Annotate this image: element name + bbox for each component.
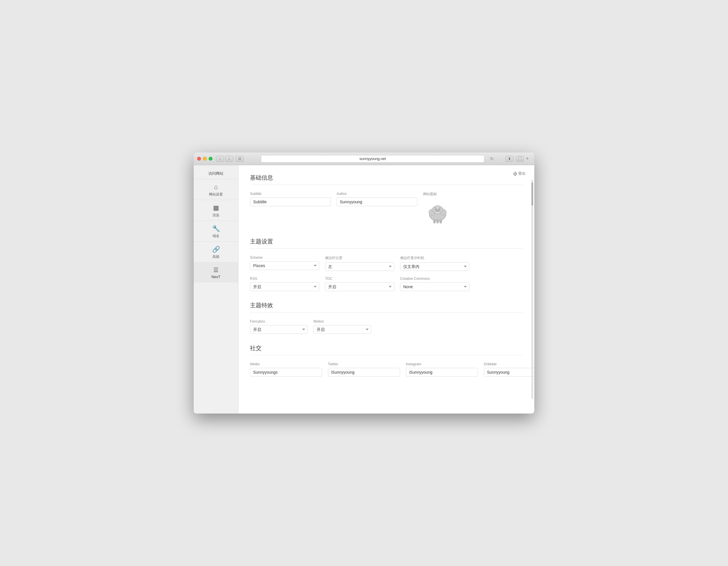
rss-group: RSS 开启 关闭 [250,276,319,291]
rss-label: RSS [250,276,319,281]
author-group: Author [337,192,417,206]
subtitle-input[interactable] [250,197,331,206]
weibo-label: Weibo [250,362,322,366]
sidebar-item-visit[interactable]: 访问网站 [194,168,238,179]
titlebar: ‹ › ⊡ sunnyyoung.net ↻ ⬆ ⛶ + [194,152,534,165]
sidebar-item-render[interactable]: ▦ 渲染 [194,200,238,221]
effects-row: Fancybox 开启 关闭 Motion 开启 关闭 [250,320,523,334]
render-icon: ▦ [194,204,238,212]
sheep-svg [425,200,451,226]
sidebar: 访问网站 ⌂ 网站设置 ▦ 渲染 🔧 域名 🔗 高级 ☰ NexT [194,165,238,414]
twitter-input[interactable] [328,368,400,377]
list-icon: ☰ [194,266,238,273]
back-button[interactable]: ‹ [216,156,224,162]
sidebar-show-select[interactable]: 仅文章内 始终 从不 [400,262,469,271]
theme-row-2: RSS 开启 关闭 TOC 开启 关闭 Crea [250,276,523,291]
favicon-image[interactable] [423,198,452,227]
traffic-lights [197,157,212,160]
svg-point-13 [436,210,439,212]
refresh-icon[interactable]: ↻ [490,156,494,161]
sidebar-show-group: 侧边栏显示时机 仅文章内 始终 从不 [400,255,469,271]
motion-select[interactable]: 开启 关闭 [313,325,371,334]
svg-rect-16 [434,219,436,223]
forward-button[interactable]: › [225,156,233,162]
sidebar-item-label: 渲染 [212,213,219,217]
toc-select[interactable]: 开启 关闭 [325,282,394,291]
close-button[interactable] [197,157,201,160]
logout-button[interactable]: ⏻ 登出 [513,171,526,176]
basic-info-row: Subtitle Author 网站图标 [250,192,523,227]
subtitle-group: Subtitle [250,192,331,206]
theme-effects-section: 主题特效 Fancybox 开启 关闭 Motion 开启 关闭 [250,302,523,334]
motion-group: Motion 开启 关闭 [313,320,371,334]
svg-rect-17 [436,219,438,223]
sidebar-pos-group: 侧边栏位置 左 右 [325,255,394,271]
instagram-label: Instagram [406,362,478,366]
app-window: ‹ › ⊡ sunnyyoung.net ↻ ⬆ ⛶ + 访问网站 ⌂ 网站设置… [194,152,534,414]
home-icon: ⌂ [194,183,238,191]
motion-label: Motion [313,320,371,324]
share-button[interactable]: ⬆ [505,156,514,162]
logout-label: 登出 [518,171,526,176]
add-tab-button[interactable]: + [524,155,531,162]
scheme-label: Scheme [250,255,319,259]
scheme-select[interactable]: Pisces Muse Mist Gemini [250,261,319,270]
theme-settings-section: 主题设置 Scheme Pisces Muse Mist Gemini 侧边栏位… [250,238,523,291]
maximize-button[interactable] [209,157,212,160]
svg-point-10 [439,209,440,210]
subtitle-label: Subtitle [250,192,331,196]
sidebar-item-site-settings[interactable]: ⌂ 网站设置 [194,179,238,200]
sidebar-item-label: 域名 [212,234,219,238]
main-layout: 访问网站 ⌂ 网站设置 ▦ 渲染 🔧 域名 🔗 高级 ☰ NexT [194,165,534,414]
url-bar[interactable]: sunnyyoung.net [261,155,484,162]
sidebar-item-advanced[interactable]: 🔗 高级 [194,242,238,262]
sidebar-item-label: 网站设置 [209,192,223,196]
minimize-button[interactable] [203,157,207,160]
fancybox-select[interactable]: 开启 关闭 [250,325,308,334]
toc-label: TOC [325,276,394,281]
sidebar-item-next-label: NexT [211,274,220,279]
sidebar-item-next[interactable]: ☰ NexT [194,262,238,282]
rss-select[interactable]: 开启 关闭 [250,282,319,291]
instagram-input[interactable] [406,368,478,377]
sidebar-pos-select[interactable]: 左 右 [325,262,394,271]
nav-buttons: ‹ › [216,156,233,162]
content-area: ⏻ 登出 基础信息 Subtitle Author 网站图标 [238,165,534,414]
svg-point-15 [438,210,438,211]
favicon-label: 网站图标 [423,192,452,197]
power-icon: ⏻ [513,171,517,176]
theme-row-1: Scheme Pisces Muse Mist Gemini 侧边栏位置 左 右 [250,255,523,271]
wrench-icon: 🔧 [194,225,238,232]
theme-settings-title: 主题设置 [250,238,523,248]
dribbble-group: Dribbble [484,362,534,377]
svg-rect-18 [440,219,442,223]
scrollbar[interactable] [531,180,533,399]
url-text: sunnyyoung.net [359,156,386,161]
titlebar-actions: ⬆ ⛶ [505,156,524,162]
author-label: Author [337,192,417,196]
instagram-group: Instagram [406,362,478,377]
toc-group: TOC 开启 关闭 [325,276,394,291]
twitter-label: Twitter [328,362,400,366]
twitter-group: Twitter [328,362,400,377]
scrollbar-thumb[interactable] [531,182,533,205]
theme-effects-title: 主题特效 [250,302,523,313]
sidebar-toggle-button[interactable]: ⊡ [236,156,244,162]
author-input[interactable] [337,197,417,206]
cc-label: Creative Commons [400,276,469,281]
visit-label: 访问网站 [208,171,223,175]
dribbble-label: Dribbble [484,362,534,366]
fullscreen-button[interactable]: ⛶ [516,156,524,162]
sidebar-show-label: 侧边栏显示时机 [400,255,469,260]
sidebar-item-label: 高级 [212,255,219,259]
cc-select[interactable]: None BY BY-SA BY-ND BY-NC [400,282,469,291]
sidebar-item-domain[interactable]: 🔧 域名 [194,221,238,242]
weibo-group: Weibo [250,362,322,377]
fancybox-group: Fancybox 开启 关闭 [250,320,308,334]
social-section: 社交 Weibo Twitter Instagram [250,344,523,377]
social-row: Weibo Twitter Instagram Dribbble [250,362,523,377]
basic-info-section: 基础信息 Subtitle Author 网站图标 [250,174,523,227]
dribbble-input[interactable] [484,368,534,377]
weibo-input[interactable] [250,368,322,377]
cc-group: Creative Commons None BY BY-SA BY-ND BY-… [400,276,469,291]
